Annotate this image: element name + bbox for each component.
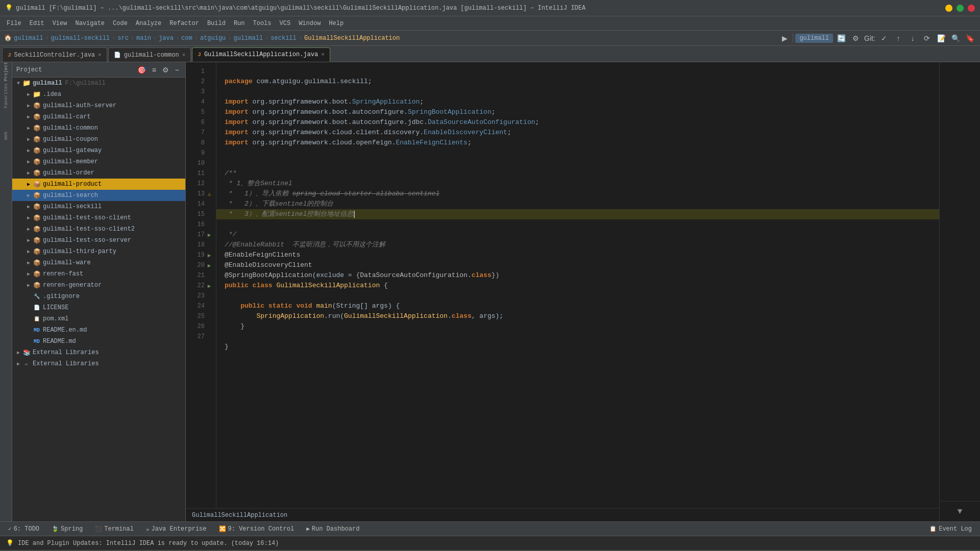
tree-item-product[interactable]: ▶ 📦 gulimall-product (12, 179, 185, 190)
refresh-run-btn[interactable]: 🔄 (835, 32, 847, 44)
label-ext-libs: External Libraries (33, 349, 99, 356)
menu-item-navigate[interactable]: Navigate (71, 18, 109, 29)
tree-item-coupon[interactable]: ▶ 📦 gulimall-coupon (12, 134, 185, 145)
tree-item-readme[interactable]: MD README.md (12, 336, 185, 347)
sidebar-minimize-btn[interactable]: − (173, 65, 181, 75)
tree-item-gateway[interactable]: ▶ 📦 gulimall-gateway (12, 145, 185, 156)
tree-item-common[interactable]: ▶ 📦 gulimall-common (12, 122, 185, 134)
profile-selector[interactable]: gulimall (795, 34, 833, 43)
bottom-tab-todo[interactable]: ✓ 6: TODO (4, 524, 43, 534)
git-check-btn[interactable]: ✓ (878, 32, 890, 44)
run-icon-17[interactable]: ▶ (205, 232, 214, 238)
tree-item-idea[interactable]: ▶ 📁 .idea (12, 89, 185, 100)
sidebar-locate-btn[interactable]: 🎯 (135, 65, 148, 75)
nav-gulimall2[interactable]: gulimall (234, 35, 263, 42)
bottom-tab-java-enterprise[interactable]: ☕ Java Enterprise (142, 524, 211, 534)
tree-item-ware[interactable]: ▶ 📦 gulimall-ware (12, 257, 185, 268)
tree-item-license[interactable]: 📄 LICENSE (12, 302, 185, 313)
tree-item-auth-server[interactable]: ▶ 📦 gulimall-auth-server (12, 100, 185, 111)
code-scroll[interactable]: 1 2 3 4 5 6 7 8 9 10 11 12 13 ⚠ 14 (186, 62, 939, 508)
tab-seckill-controller[interactable]: J SeckillController.java × (2, 47, 107, 62)
maximize-button[interactable]: □ (957, 5, 964, 12)
menu-item-code[interactable]: Code (109, 18, 132, 29)
bottom-tab-event-log[interactable]: 📋 Event Log (925, 524, 976, 534)
code-content[interactable]: package com.atguigu.gulimall.seckill; im… (216, 62, 939, 508)
menu-item-help[interactable]: Help (325, 18, 348, 29)
tab-icon-app: J (198, 52, 201, 58)
bottom-tab-terminal[interactable]: ⬛ Terminal (91, 524, 138, 534)
menu-item-analyze[interactable]: Analyze (132, 18, 165, 29)
web-btn[interactable]: Web (1, 131, 11, 141)
menu-item-refactor[interactable]: Refactor (165, 18, 203, 29)
tree-item-test-sso-client[interactable]: ▶ 📦 gulimall-test-sso-client (12, 212, 185, 223)
nav-gulimall[interactable]: gulimall (14, 35, 43, 42)
nav-seckill[interactable]: seckill (271, 35, 296, 42)
tab-seckill-app[interactable]: J GulimallSeckillApplication.java × (192, 47, 330, 62)
git-push-btn[interactable]: ↑ (892, 32, 904, 44)
tree-item-third-party[interactable]: ▶ 📦 gulimall-third-party (12, 246, 185, 257)
tree-item-gulimall-root[interactable]: ▼ 📁 gulimall F:\gulimall (12, 78, 185, 89)
label-test-sso-client2: gulimall-test-sso-client2 (43, 226, 135, 233)
module-icon-renren-fast: 📦 (33, 270, 41, 278)
annotate-btn[interactable]: 📝 (935, 32, 947, 44)
sidebar-panel: Project 🎯 ≡ ⚙ − ▼ 📁 gulimall F:\gulimall… (12, 62, 186, 521)
tree-item-test-sso-server[interactable]: ▶ 📦 gulimall-test-sso-server (12, 235, 185, 246)
nav-com[interactable]: com (181, 35, 192, 42)
tree-item-gitignore[interactable]: 🔧 .gitignore (12, 291, 185, 302)
nav-atguigu[interactable]: atguigu (200, 35, 226, 42)
project-view-btn[interactable]: Project (1, 66, 11, 77)
menu-item-build[interactable]: Build (203, 18, 230, 29)
sidebar-settings-btn[interactable]: ⚙ (160, 65, 171, 75)
tab-close-app[interactable]: × (321, 52, 325, 58)
tree-item-pom[interactable]: 📋 pom.xml (12, 313, 185, 324)
menu-item-run[interactable]: Run (230, 18, 249, 29)
tree-item-search[interactable]: ▶ 📦 gulimall-search (12, 190, 185, 201)
label-gitignore: .gitignore (43, 293, 80, 300)
bottom-tab-spring[interactable]: 🍃 Spring (47, 524, 87, 534)
run-icon-20[interactable]: ▶ (205, 262, 214, 269)
search-everywhere-btn[interactable]: 🔍 (949, 32, 962, 44)
run-icon-19[interactable]: ▶ (205, 252, 214, 259)
tree-item-scratches[interactable]: ▶ ✏️ External Libraries (12, 358, 185, 369)
tree-item-renren-generator[interactable]: ▶ 📦 renren-generator (12, 280, 185, 291)
menu-item-window[interactable]: Window (295, 18, 325, 29)
menu-item-tools[interactable]: Tools (249, 18, 276, 29)
tree-item-cart[interactable]: ▶ 📦 gulimall-cart (12, 111, 185, 122)
menu-item-edit[interactable]: Edit (26, 18, 48, 29)
menu-item-vcs[interactable]: VCS (276, 18, 295, 29)
arrow-cart: ▶ (24, 114, 33, 120)
tab-close-controller[interactable]: × (98, 52, 102, 58)
minimize-button[interactable]: − (945, 5, 952, 12)
nav-java[interactable]: java (159, 35, 174, 42)
tree-item-member[interactable]: ▶ 📦 gulimall-member (12, 156, 185, 167)
module-icon-search: 📦 (33, 191, 41, 199)
tree-item-seckill[interactable]: ▶ 📦 gulimall-seckill (12, 201, 185, 212)
git-history-btn[interactable]: ⟳ (921, 32, 933, 44)
tree-item-test-sso-client2[interactable]: ▶ 📦 gulimall-test-sso-client2 (12, 223, 185, 235)
bookmark-btn[interactable]: 🔖 (964, 32, 976, 44)
bottom-tab-version-control[interactable]: 🔀 9: Version Control (215, 524, 299, 534)
nav-src[interactable]: src (117, 35, 129, 42)
scroll-arrow-down[interactable]: ▼ (940, 501, 980, 521)
favorites-btn[interactable]: Favorites (1, 91, 11, 101)
tree-item-readme-en[interactable]: MD README.en.md (12, 324, 185, 336)
tab-close-common[interactable]: × (182, 52, 186, 58)
git-pull-btn[interactable]: ↓ (906, 32, 919, 44)
nav-application[interactable]: GulimallSeckillApplication (304, 35, 400, 42)
menu-item-file[interactable]: File (3, 18, 26, 29)
settings-btn[interactable]: ⚙ (849, 32, 862, 44)
tab-gulimall-common[interactable]: 📄 gulimall-common × (108, 47, 191, 62)
run-icon-22[interactable]: ▶ (205, 283, 214, 289)
code-line-11: * 1、整合Sentinel (225, 180, 292, 187)
bottom-tab-run-dashboard[interactable]: ▶ Run Dashboard (302, 524, 363, 534)
close-button[interactable]: × (968, 5, 975, 12)
tree-item-ext-libs[interactable]: ▶ 📚 External Libraries (12, 347, 185, 358)
git-run-btn[interactable]: Git: (864, 32, 876, 44)
menu-item-view[interactable]: View (48, 18, 71, 29)
tree-item-renren-fast[interactable]: ▶ 📦 renren-fast (12, 268, 185, 280)
nav-main[interactable]: main (136, 35, 151, 42)
sidebar-collapse-btn[interactable]: ≡ (150, 65, 158, 75)
nav-gulimall-seckill[interactable]: gulimall-seckill (51, 35, 110, 42)
run-button[interactable]: ▶ (778, 32, 791, 44)
tree-item-order[interactable]: ▶ 📦 gulimall-order (12, 167, 185, 179)
